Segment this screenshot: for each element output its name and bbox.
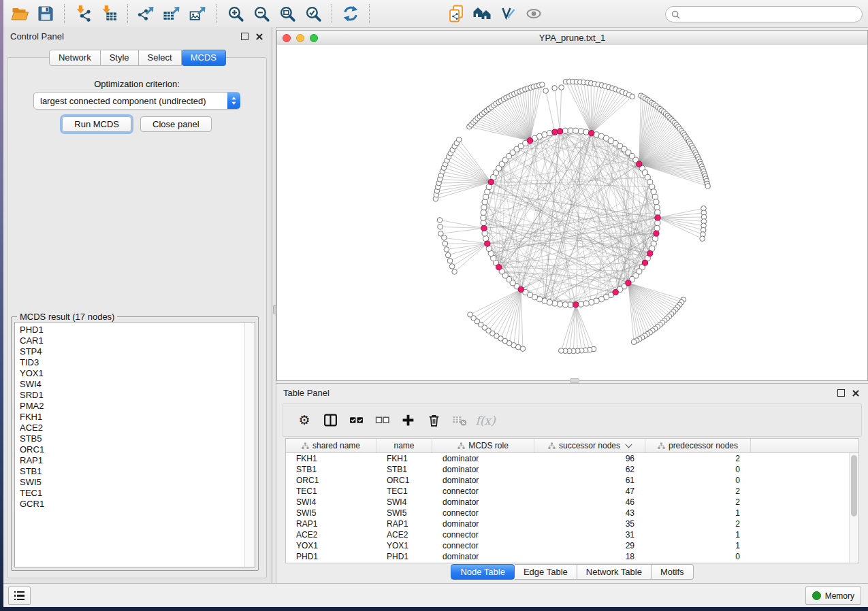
zoom-fit-icon[interactable]: [274, 3, 300, 24]
table-cell: 2: [645, 519, 751, 529]
table-row[interactable]: ORC1ORC1dominator610: [286, 475, 858, 486]
table-row[interactable]: FKH1FKH1dominator962: [286, 453, 858, 464]
export-image-icon[interactable]: [185, 3, 211, 24]
zoom-out-icon[interactable]: [248, 3, 274, 24]
tab-edge-table[interactable]: Edge Table: [515, 564, 577, 580]
refresh-icon[interactable]: [338, 3, 364, 24]
mcds-result-item[interactable]: STB5: [20, 433, 255, 444]
status-bar: Memory: [3, 583, 868, 607]
mcds-result-item[interactable]: ACE2: [20, 423, 255, 433]
mcds-result-item[interactable]: STP4: [20, 346, 255, 357]
table-cell: RAP1: [376, 519, 432, 529]
mcds-result-item[interactable]: SRD1: [20, 390, 255, 401]
function-builder-icon: f(x): [472, 409, 498, 432]
column-header-shared-name[interactable]: shared name: [286, 439, 376, 452]
table-cell: YOX1: [376, 541, 432, 550]
show-hide-icon[interactable]: [521, 3, 547, 24]
close-panel-button[interactable]: Close panel: [140, 116, 212, 132]
tab-mcds[interactable]: MCDS: [182, 50, 226, 66]
column-header-name[interactable]: name: [376, 439, 432, 452]
table-cell: 62: [534, 465, 645, 474]
table-cell: dominator: [432, 497, 534, 507]
save-session-icon[interactable]: [33, 3, 59, 24]
horizontal-splitter-grip[interactable]: [570, 378, 579, 383]
table-cell: 96: [534, 454, 645, 463]
tab-style[interactable]: Style: [101, 50, 139, 66]
mcds-result-item[interactable]: GCR1: [20, 499, 255, 510]
table-panel-float-button[interactable]: [835, 388, 846, 399]
control-panel-float-button[interactable]: [239, 31, 250, 42]
open-file-icon[interactable]: [7, 3, 33, 24]
dropdown-selected-value: largest connected component (undirected): [34, 96, 227, 106]
table-row[interactable]: RAP1RAP1dominator352: [286, 518, 858, 529]
table-cell: STB1: [286, 465, 376, 474]
split-panel-icon[interactable]: [317, 409, 343, 432]
mcds-result-item[interactable]: STB1: [20, 466, 255, 477]
table-row[interactable]: SWI4SWI4dominator462: [286, 497, 858, 508]
table-cell: 46: [534, 497, 645, 507]
zoom-in-icon[interactable]: [223, 3, 248, 24]
mcds-result-item[interactable]: RAP1: [20, 455, 255, 466]
mcds-result-list[interactable]: PHD1CAR1STP4TID3YOX1SWI4SRD1PMA2FKH1ACE2…: [14, 322, 255, 567]
mcds-result-item[interactable]: PMA2: [20, 401, 255, 412]
show-panels-button[interactable]: [8, 587, 31, 605]
dropdown-stepper-icon: [227, 93, 240, 109]
table-row[interactable]: TEC1TEC1connector472: [286, 486, 858, 497]
tab-network[interactable]: Network: [49, 50, 101, 66]
table-row[interactable]: PHD1PHD1dominator180: [286, 551, 858, 562]
add-column-icon[interactable]: [395, 409, 421, 432]
column-header-successor-nodes[interactable]: successor nodes: [534, 439, 645, 452]
optimization-criterion-dropdown[interactable]: largest connected component (undirected): [33, 92, 240, 110]
mcds-list-scrollbar[interactable]: [244, 323, 255, 567]
vizmapper-icon[interactable]: [495, 3, 521, 24]
table-row[interactable]: STB1STB1dominator620: [286, 464, 858, 475]
table-row[interactable]: YOX1YOX1connector291: [286, 540, 858, 551]
mcds-result-item[interactable]: CAR1: [20, 335, 255, 346]
export-table-icon[interactable]: [159, 3, 185, 24]
export-network-icon[interactable]: [133, 3, 159, 24]
mcds-result-item[interactable]: TEC1: [20, 488, 255, 499]
main-toolbar: [3, 0, 868, 28]
mcds-result-item[interactable]: FKH1: [20, 412, 255, 423]
table-cell: PHD1: [376, 552, 432, 561]
mcds-result-item[interactable]: SWI5: [20, 477, 255, 488]
deselect-all-icon[interactable]: [369, 409, 395, 432]
run-mcds-button[interactable]: Run MCDS: [62, 116, 131, 132]
first-neighbors-icon[interactable]: [469, 3, 495, 24]
select-all-icon[interactable]: [343, 409, 369, 432]
table-row[interactable]: SWI5SWI5connector431: [286, 508, 858, 518]
table-header-row: shared namenameMCDS rolesuccessor nodesp…: [286, 439, 858, 453]
table-cell: RAP1: [286, 519, 376, 529]
import-table-icon[interactable]: [96, 3, 122, 24]
delete-column-icon[interactable]: [421, 409, 447, 432]
settings-gear-icon[interactable]: ⚙: [291, 409, 317, 432]
search-input[interactable]: [684, 9, 856, 20]
control-panel-close-button[interactable]: [254, 31, 265, 42]
tab-network-table[interactable]: Network Table: [577, 564, 652, 580]
toolbar-separator: [127, 4, 128, 23]
import-network-icon[interactable]: [70, 3, 96, 24]
mcds-result-item[interactable]: PHD1: [20, 325, 255, 335]
memory-button[interactable]: Memory: [805, 587, 861, 605]
zoom-selected-icon[interactable]: [300, 3, 326, 24]
table-cell: 1: [645, 541, 751, 550]
tab-motifs[interactable]: Motifs: [652, 564, 694, 580]
column-header-MCDS-role[interactable]: MCDS role: [432, 439, 534, 452]
tab-select[interactable]: Select: [139, 50, 182, 66]
table-panel-close-button[interactable]: [850, 388, 861, 399]
table-cell: FKH1: [286, 454, 376, 463]
clone-network-icon[interactable]: [443, 3, 469, 24]
column-header-predecessor-nodes[interactable]: predecessor nodes: [645, 439, 751, 452]
delete-table-icon: [447, 409, 472, 432]
tab-node-table[interactable]: Node Table: [451, 564, 515, 580]
mcds-result-item[interactable]: ORC1: [20, 444, 255, 455]
table-cell: 35: [534, 519, 645, 529]
table-row[interactable]: ACE2ACE2connector311: [286, 529, 858, 540]
mcds-result-item[interactable]: YOX1: [20, 368, 255, 379]
table-scrollbar[interactable]: [849, 453, 858, 563]
mcds-result-item[interactable]: TID3: [20, 357, 255, 368]
table-scrollbar-thumb[interactable]: [851, 455, 857, 516]
network-view-canvas[interactable]: [277, 45, 867, 380]
table-cell: PHD1: [286, 552, 376, 561]
mcds-result-item[interactable]: SWI4: [20, 379, 255, 390]
